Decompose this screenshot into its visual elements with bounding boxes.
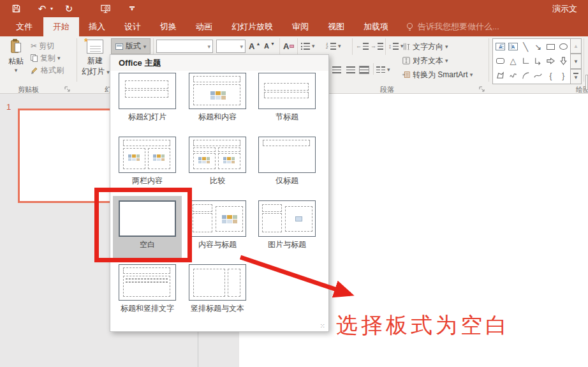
more-shapes-icon: ▼ — [573, 75, 578, 80]
shape-arc-icon[interactable] — [520, 69, 532, 82]
layout-option-title-only[interactable]: 仅标题 — [253, 132, 321, 198]
chevron-down-icon: ▾ — [312, 43, 315, 49]
increase-font-icon: A — [249, 41, 254, 51]
tab-设计[interactable]: 设计 — [115, 17, 151, 36]
save-button[interactable] — [9, 2, 23, 15]
cut-button[interactable]: ✂ 剪切 — [31, 41, 54, 51]
columns-button[interactable]: ▾ — [376, 64, 390, 75]
text-direction-button[interactable]: 文字方向 ▾ — [402, 41, 448, 52]
layout-option-title-vertical-text[interactable]: 标题和竖排文字 — [113, 260, 182, 326]
clear-formatting-button[interactable]: A — [283, 41, 294, 51]
shape-elbow-connector-icon[interactable] — [520, 54, 532, 68]
tab-视图[interactable]: 视图 — [318, 17, 354, 36]
format-painter-button[interactable]: 格式刷 — [31, 65, 64, 75]
justify-button[interactable] — [346, 64, 355, 75]
align-text-button[interactable]: 对齐文本 ▾ — [402, 56, 448, 66]
customize-qat-button[interactable]: ▾ — [126, 2, 138, 15]
decrease-indent-icon: ← — [356, 43, 369, 50]
align-center-button[interactable] — [332, 64, 341, 75]
layout-option-comparison[interactable]: 比较 — [183, 132, 252, 198]
redo-icon: ↻ — [65, 4, 73, 13]
layout-label: 版式 — [126, 41, 141, 52]
shape-elbow-arrow-connector-icon[interactable] — [532, 54, 544, 68]
shape-textbox-vertical-icon[interactable]: A — [507, 40, 519, 54]
clipboard-dialog-launcher[interactable] — [64, 86, 71, 93]
tab-file[interactable]: 文件 — [5, 17, 43, 36]
tab-插入[interactable]: 插入 — [79, 17, 115, 36]
distribute-text-button[interactable] — [360, 64, 369, 75]
save-icon — [11, 4, 21, 13]
layout-thumbnail — [189, 264, 246, 301]
layout-thumbnail — [189, 137, 246, 173]
shape-block-arrow-down-icon[interactable] — [557, 54, 570, 68]
shapes-scroll-down-button[interactable]: ▼ — [570, 54, 582, 69]
layout-option-section-header[interactable]: 节标题 — [253, 68, 321, 134]
menu-resize-handle[interactable]: ⁙ — [320, 322, 326, 329]
shape-triangle-icon[interactable]: △ — [507, 54, 519, 68]
decrease-font-size-button[interactable]: A▼ — [264, 41, 275, 51]
layout-option-content-caption[interactable]: 内容与标题 — [183, 196, 252, 262]
increase-indent-button[interactable]: → — [371, 41, 383, 51]
shape-curve-icon[interactable] — [532, 69, 544, 82]
convert-smartart-button[interactable]: 转换为 SmartArt ▾ — [402, 70, 473, 80]
layout-option-vertical-title-text[interactable]: 竖排标题与文本 — [183, 260, 252, 326]
tab-审阅[interactable]: 审阅 — [283, 17, 318, 36]
tab-切换[interactable]: 切换 — [151, 17, 186, 36]
start-slideshow-button[interactable] — [97, 2, 114, 15]
chevron-down-icon: ▼ — [573, 59, 578, 64]
new-slide-button[interactable]: * 新建 幻灯片 ▾ — [82, 40, 108, 77]
tab-动画[interactable]: 动画 — [186, 17, 222, 36]
layout-button[interactable]: 版式 ▾ — [111, 38, 151, 54]
shape-oval-icon[interactable] — [557, 40, 570, 54]
font-name-combobox[interactable]: ▾ — [156, 40, 213, 53]
tab-幻灯片放映[interactable]: 幻灯片放映 — [222, 17, 283, 36]
copy-button[interactable]: 复制 ▾ — [31, 53, 61, 63]
tab-加载项[interactable]: 加载项 — [354, 17, 398, 36]
redo-button[interactable]: ↻ — [62, 2, 75, 15]
layout-option-title-slide[interactable]: 标题幻灯片 — [113, 68, 182, 134]
layout-option-title-content[interactable]: 标题和内容 — [183, 68, 252, 134]
shape-rectangle-icon[interactable] — [545, 40, 557, 54]
chevron-down-icon: ▾ — [5, 67, 27, 73]
shape-line-icon[interactable]: ╲ — [520, 40, 532, 54]
cut-label: 剪切 — [39, 41, 54, 52]
tellme-label: 告诉我您想要做什么... — [418, 21, 499, 33]
shape-scribble-icon[interactable] — [507, 69, 519, 82]
partial-button-edge — [585, 75, 588, 90]
chevron-down-icon: ▾ — [205, 43, 212, 50]
shapes-gallery: AA╲↘△{} — [492, 38, 582, 84]
copy-label: 复制 — [40, 53, 55, 64]
text-direction-icon — [402, 42, 411, 51]
layout-icon — [115, 43, 123, 50]
shape-freeform-icon[interactable] — [494, 69, 506, 82]
decrease-indent-button[interactable]: ← — [356, 41, 369, 51]
shape-arrow-icon[interactable]: ↘ — [532, 40, 544, 54]
shape-left-brace-icon[interactable]: { — [545, 69, 557, 82]
bullets-button[interactable]: ▾ — [301, 41, 315, 51]
clipboard-group-label: 剪贴板 — [18, 85, 39, 94]
new-slide-label-2: 幻灯片 ▾ — [82, 66, 108, 77]
numbering-button[interactable]: 12 ▾ — [326, 41, 341, 51]
chevron-up-icon: ▲ — [573, 43, 578, 49]
shape-textbox-horizontal-icon[interactable]: A — [494, 40, 506, 54]
tellme-box[interactable]: 告诉我您想要做什么... — [406, 17, 499, 36]
shapes-more-button[interactable]: ▼ — [570, 69, 582, 84]
ribbon-tab-bar: 文件 开始插入设计切换动画幻灯片放映审阅视图加载项 告诉我您想要做什么... — [0, 17, 588, 36]
undo-dropdown[interactable]: ▾ — [48, 2, 55, 15]
paste-button[interactable]: 粘贴 ▾ — [5, 40, 27, 73]
paragraph-dialog-launcher[interactable] — [478, 86, 486, 93]
shape-rounded-rectangle-icon[interactable] — [494, 54, 506, 68]
font-size-combobox[interactable]: ▾ — [216, 40, 246, 53]
justify-icon — [346, 66, 355, 73]
distribute-text-icon — [360, 66, 369, 73]
layout-option-picture-caption[interactable]: 图片与标题 — [253, 196, 321, 262]
increase-font-size-button[interactable]: A▲ — [249, 41, 260, 51]
shapes-scroll-up-button[interactable]: ▲ — [570, 38, 582, 54]
undo-button[interactable]: ↶ — [36, 2, 48, 15]
shape-block-arrow-right-icon[interactable] — [545, 54, 557, 68]
shape-right-brace-icon[interactable]: } — [557, 69, 570, 82]
tab-开始[interactable]: 开始 — [43, 17, 79, 36]
line-spacing-button[interactable]: ↕ ▾ — [388, 41, 404, 51]
chevron-down-icon: ▾ — [445, 43, 448, 50]
chevron-down-icon: ▾ — [50, 6, 53, 11]
